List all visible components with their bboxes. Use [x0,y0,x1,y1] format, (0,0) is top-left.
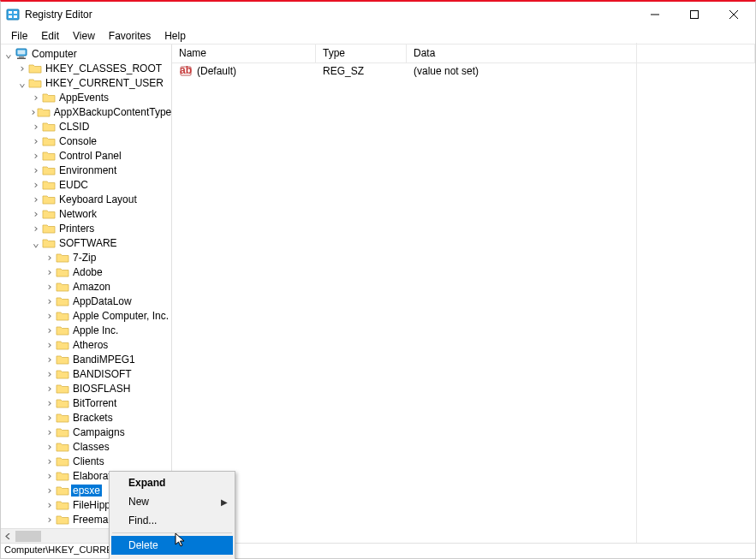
expand-icon[interactable]: › [44,514,56,526]
tree-item[interactable]: ⌄HKEY_CURRENT_USER [3,75,171,90]
collapse-icon[interactable]: ⌄ [16,77,28,89]
folder-icon [28,62,42,75]
tree-item[interactable]: ›Printers [3,221,171,235]
tree-item[interactable]: ›Atheros [3,337,171,352]
tree-item[interactable]: ›BIOSFLASH [3,381,171,395]
folder-icon [42,149,56,163]
folder-icon [37,105,51,119]
menu-favorites[interactable]: Favorites [102,28,158,44]
menu-bar: File Edit View Favorites Help [1,27,755,45]
expand-icon[interactable]: › [30,223,42,235]
expand-icon[interactable]: › [44,266,56,278]
string-value-icon: ab [179,64,193,78]
expand-icon[interactable]: › [44,383,56,395]
expand-icon[interactable]: › [44,470,56,482]
ctx-rename[interactable]: Rename [111,555,233,559]
expand-icon[interactable]: › [16,62,28,74]
folder-icon [56,396,69,410]
tree-item[interactable]: ›BitTorrent [3,395,171,410]
tree-item[interactable]: ›Adobe [3,265,171,279]
expand-icon[interactable]: › [30,193,42,205]
svg-rect-4 [14,15,17,18]
tree-pane[interactable]: ⌄Computer›HKEY_CLASSES_ROOT⌄HKEY_CURRENT… [1,45,172,543]
expand-icon[interactable]: › [30,150,42,162]
expand-icon[interactable]: › [44,397,56,409]
menu-file[interactable]: File [4,28,34,44]
tree-item[interactable]: ›CLSID [3,119,171,134]
tree-item[interactable]: ›Console [3,134,171,148]
scroll-left-button[interactable] [1,529,15,544]
expand-icon[interactable]: › [30,135,42,147]
menu-view[interactable]: View [66,28,102,44]
tree-item[interactable]: ⌄Computer [3,46,171,61]
expand-icon[interactable]: › [30,208,42,220]
tree-item[interactable]: ›Environment [3,163,171,177]
collapse-icon[interactable]: ⌄ [30,237,42,249]
expand-icon[interactable]: › [44,252,56,264]
collapse-icon[interactable]: ⌄ [3,48,15,60]
column-header-name[interactable]: Name [172,45,316,62]
minimize-button[interactable] [635,3,675,27]
tree-item-label: Apple Inc. [71,324,120,336]
tree-item[interactable]: ›BANDISOFT [3,366,171,381]
tree-item[interactable]: ›AppEvents [3,90,171,104]
tree-item[interactable]: ›7-Zip [3,250,171,265]
expand-icon[interactable]: › [44,324,56,336]
tree-item[interactable]: ›AppDataLow [3,294,171,308]
column-header-data[interactable]: Data [407,45,755,62]
ctx-expand[interactable]: Expand [111,473,233,492]
tree-item[interactable]: ›Classes [3,439,171,454]
tree-item[interactable]: ›Apple Computer, Inc. [3,308,171,323]
expand-icon[interactable]: › [30,121,42,133]
expand-icon[interactable]: › [30,164,42,176]
expand-icon[interactable]: › [44,295,56,307]
maximize-button[interactable] [675,3,714,27]
tree-item[interactable]: ›Network [3,206,171,221]
menu-help[interactable]: Help [158,28,193,44]
expand-icon[interactable]: › [44,455,56,467]
folder-icon [56,513,69,526]
scroll-thumb[interactable] [15,531,41,542]
ctx-delete[interactable]: Delete [111,536,233,555]
expand-icon[interactable]: › [44,485,56,497]
ctx-new[interactable]: New ▶ [111,492,233,511]
tree-item[interactable]: ›Brackets [3,410,171,425]
expand-icon[interactable]: › [44,426,56,438]
expand-icon[interactable]: › [44,281,56,293]
tree-item[interactable]: ›Keyboard Layout [3,192,171,206]
tree-item[interactable]: ›Control Panel [3,148,171,163]
close-button[interactable] [714,3,753,27]
cell-type: REG_SZ [316,65,407,77]
expand-icon[interactable]: › [30,92,42,104]
expand-icon[interactable]: › [44,354,56,366]
expand-icon[interactable]: › [44,339,56,351]
folder-icon [42,236,56,250]
expand-icon[interactable]: › [44,499,56,511]
list-row[interactable]: ab (Default) REG_SZ (value not set) [172,63,755,79]
tree-item[interactable]: ›Apple Inc. [3,323,171,337]
tree-item[interactable]: ›Campaigns [3,425,171,439]
tree-item[interactable]: ⌄SOFTWARE [3,235,171,250]
expand-icon[interactable]: › [44,412,56,424]
expand-icon[interactable]: › [44,441,56,453]
folder-icon [42,207,56,221]
tree-item[interactable]: ›AppXBackupContentType [3,104,171,119]
window-title: Registry Editor [25,9,635,21]
expand-icon[interactable]: › [44,310,56,322]
column-header-type[interactable]: Type [316,45,407,62]
tree-item[interactable]: ›HKEY_CLASSES_ROOT [3,61,171,75]
tree-item-label: 7-Zip [71,252,98,264]
tree-item[interactable]: ›EUDC [3,177,171,192]
ctx-find[interactable]: Find... [111,511,233,530]
tree-item[interactable]: ›Amazon [3,279,171,294]
tree-item-label: Computer [30,48,79,60]
expand-icon[interactable]: › [30,179,42,191]
folder-icon [56,324,69,337]
menu-edit[interactable]: Edit [34,28,66,44]
tree-item[interactable]: ›Clients [3,454,171,468]
list-pane[interactable]: Name Type Data ab (Default) REG_SZ (valu… [172,45,755,543]
tree-item[interactable]: ›BandiMPEG1 [3,352,171,366]
expand-icon[interactable]: › [44,368,56,380]
expand-icon[interactable]: › [30,106,37,118]
svg-rect-1 [9,11,12,14]
